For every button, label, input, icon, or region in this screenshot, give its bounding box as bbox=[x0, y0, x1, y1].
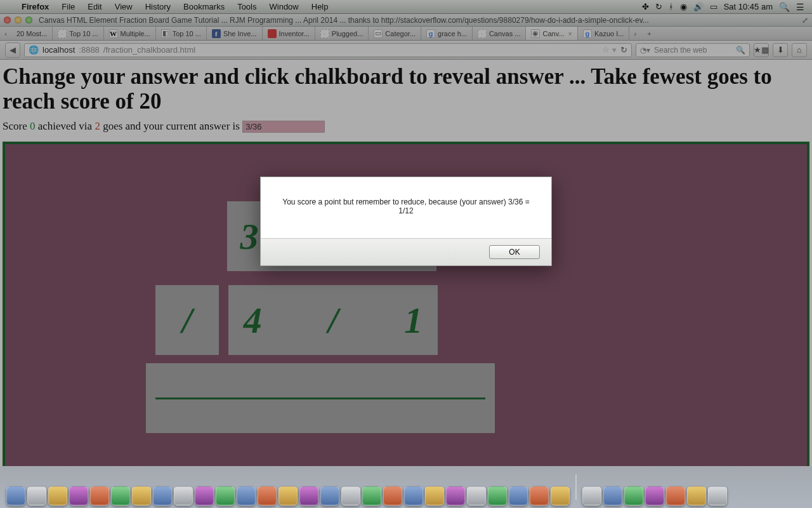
dock-app-icon[interactable] bbox=[404, 486, 423, 505]
dock-app-icon[interactable] bbox=[687, 486, 706, 505]
dock-app-icon[interactable] bbox=[132, 486, 151, 505]
dock-app-icon[interactable] bbox=[582, 486, 601, 505]
dock-app-icon[interactable] bbox=[362, 486, 381, 505]
alert-ok-button[interactable]: OK bbox=[489, 245, 540, 259]
dock-app-icon[interactable] bbox=[666, 486, 685, 505]
dock-app-icon[interactable] bbox=[111, 486, 130, 505]
dock-app-icon[interactable] bbox=[237, 486, 256, 505]
dock-app-icon[interactable] bbox=[69, 486, 88, 505]
dock-app-icon[interactable] bbox=[341, 486, 360, 505]
dock-app-icon[interactable] bbox=[278, 486, 298, 505]
dock-app-icon[interactable] bbox=[488, 486, 507, 505]
dock-app-icon[interactable] bbox=[320, 486, 339, 505]
dock-app-icon[interactable] bbox=[216, 486, 235, 505]
dock-app-icon[interactable] bbox=[551, 486, 570, 505]
dock bbox=[0, 466, 812, 508]
dock-trash-icon[interactable] bbox=[708, 486, 727, 505]
dock-app-icon[interactable] bbox=[603, 486, 622, 505]
dock-app-icon[interactable] bbox=[425, 486, 444, 505]
dock-app-icon[interactable] bbox=[195, 486, 214, 505]
dock-app-icon[interactable] bbox=[6, 486, 25, 505]
dock-app-icon[interactable] bbox=[467, 486, 486, 505]
dock-divider bbox=[575, 474, 577, 500]
alert-dialog: You score a point but remember to reduce… bbox=[260, 177, 552, 266]
alert-message: You score a point but remember to reduce… bbox=[261, 177, 551, 238]
dock-app-icon[interactable] bbox=[509, 486, 528, 505]
dock-app-icon[interactable] bbox=[624, 486, 643, 505]
dock-app-icon[interactable] bbox=[645, 486, 664, 505]
dock-app-icon[interactable] bbox=[446, 486, 465, 505]
dock-app-icon[interactable] bbox=[48, 486, 67, 505]
dock-app-icon[interactable] bbox=[530, 486, 549, 505]
dock-app-icon[interactable] bbox=[258, 486, 277, 505]
dock-app-icon[interactable] bbox=[299, 486, 318, 505]
dock-app-icon[interactable] bbox=[174, 486, 193, 505]
dock-app-icon[interactable] bbox=[383, 486, 402, 505]
dock-app-icon[interactable] bbox=[153, 486, 172, 505]
dock-app-icon[interactable] bbox=[90, 486, 109, 505]
dock-app-icon[interactable] bbox=[27, 486, 46, 505]
